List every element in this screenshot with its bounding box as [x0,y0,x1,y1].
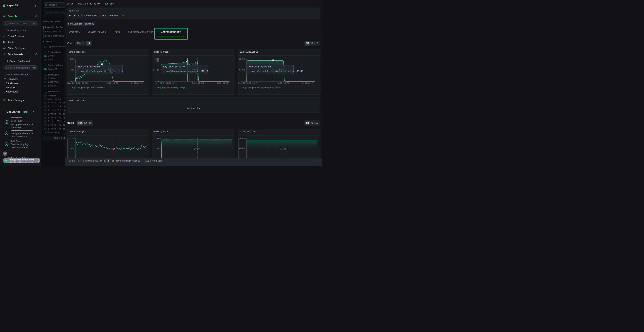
svg-text:May 26 8:30:00 AM: May 26 8:30:00 AM [68,82,88,84]
svg-text:93 GB: 93 GB [239,138,245,140]
svg-text:avg(k8s.pod.memory.usage): avg(k8s.pod.memory.usage) [157,87,186,89]
svg-text:134MB: 134MB [156,58,159,62]
svg-text:16%: 16% [70,58,74,60]
svg-text:8:30:00 AM: 8:30:00 AM [217,82,228,84]
svg-text:1 GB: 1 GB [154,148,159,150]
svg-text:9:00:00 PM: 9:00:00 PM [106,82,118,84]
svg-text:93 GB: 93 GB [239,58,245,60]
svg-text:9:00:00 PM: 9:00:00 PM [192,82,204,84]
svg-text:May 26 8:30:00 AM: May 26 8:30:00 AM [155,82,175,84]
svg-text:47 GB: 47 GB [239,69,245,71]
svg-text:May 26 8:30:00 AM: May 26 8:30:00 AM [238,82,258,84]
svg-text:8:30:00 AM: 8:30:00 AM [131,82,143,84]
svg-text:—: — [240,87,241,89]
svg-text:3 GB: 3 GB [154,138,159,140]
svg-text:8:30:00 AM: 8:30:00 AM [302,82,314,84]
svg-text:32%: 32% [70,138,74,140]
svg-text:47 GB: 47 GB [239,148,245,150]
svg-text:avg(k8s.pod.filesystem.availab: avg(k8s.pod.filesystem.available) [243,87,282,89]
svg-text:67 MB: 67 MB [153,69,159,71]
svg-text:—: — [154,87,156,89]
svg-text:8%: 8% [72,69,74,71]
svg-text:avg(k8s.pod.cpu.utilization): avg(k8s.pod.cpu.utilization) [72,87,105,89]
svg-text:16%: 16% [70,148,74,150]
svg-text:—: — [69,87,70,89]
svg-text:9:00:00 PM: 9:00:00 PM [278,82,290,84]
